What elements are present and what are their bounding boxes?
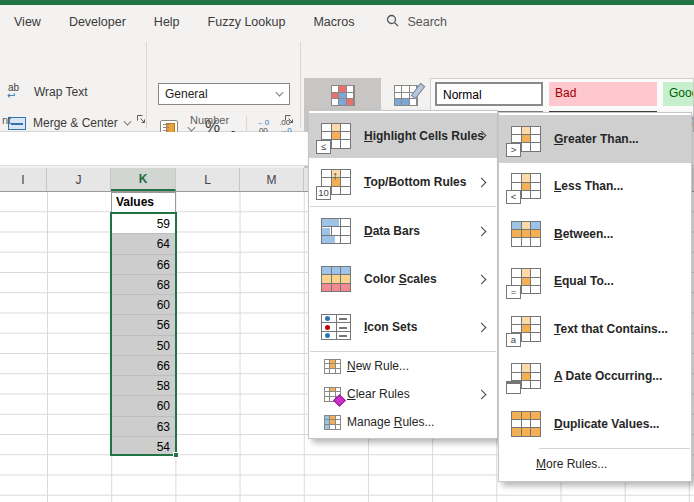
cell[interactable]: 66	[112, 255, 175, 275]
submenu-item-duplicate-values[interactable]: Duplicate Values...	[499, 400, 691, 448]
data-bars-icon	[321, 218, 351, 244]
greater-than-icon: >	[511, 126, 541, 152]
submenu-arrow-icon	[477, 177, 487, 187]
equal-to-icon: =	[511, 268, 541, 294]
submenu-arrow-icon	[477, 389, 487, 399]
search-label: Search	[407, 15, 447, 29]
tab-developer[interactable]: Developer	[55, 5, 140, 38]
submenu-item-less-than[interactable]: < Less Than...	[499, 163, 691, 211]
conditional-formatting-icon	[331, 85, 355, 106]
style-normal[interactable]: Normal	[435, 82, 543, 106]
submenu-arrow-icon	[477, 274, 487, 284]
cell[interactable]: 66	[112, 356, 175, 376]
wrap-text-label: Wrap Text	[34, 85, 88, 99]
number-dialog-launcher[interactable]	[284, 114, 296, 126]
column-header-i[interactable]: I	[0, 168, 47, 191]
between-icon	[511, 221, 541, 247]
fill-handle[interactable]	[173, 452, 179, 458]
menu-item-data-bars[interactable]: Data Bars	[309, 207, 497, 255]
cell[interactable]: 60	[112, 295, 175, 315]
values-header-cell[interactable]: Values	[111, 192, 176, 213]
submenu-item-text-that-contains[interactable]: a Text that Contains...	[499, 305, 691, 353]
conditional-formatting-menu: ≤ Highlight Cells Rules ↑ 10 Top/Bottom …	[308, 110, 498, 439]
alignment-group-label: nt	[2, 114, 11, 126]
less-than-icon: <	[511, 173, 541, 199]
submenu-arrow-icon	[477, 226, 487, 236]
submenu-item-more-rules[interactable]: More Rules...	[499, 449, 691, 479]
menu-item-manage-rules[interactable]: Manage Rules...	[309, 408, 497, 436]
submenu-item-greater-than[interactable]: > Greater Than...	[499, 115, 691, 163]
icon-sets-icon	[321, 314, 351, 340]
menu-item-icon-sets[interactable]: Icon Sets	[309, 303, 497, 351]
cell[interactable]: 68	[112, 275, 175, 295]
menu-item-new-rule[interactable]: New Rule...	[309, 352, 497, 380]
date-occurring-icon	[511, 363, 541, 389]
cell[interactable]: 64	[112, 234, 175, 254]
duplicate-values-icon	[511, 411, 541, 437]
chevron-down-icon	[276, 89, 284, 97]
format-as-table-icon	[394, 85, 418, 106]
tab-view[interactable]: View	[0, 5, 55, 38]
group-separator	[300, 42, 301, 128]
merge-center-label: Merge & Center	[33, 116, 118, 130]
column-header-j[interactable]: J	[47, 168, 111, 191]
cell[interactable]: 58	[112, 376, 175, 396]
cell[interactable]: 54	[112, 437, 175, 457]
column-header-m[interactable]: M	[240, 168, 304, 191]
manage-rules-icon	[324, 415, 341, 430]
highlight-cells-rules-submenu: > Greater Than... < Less Than... Between…	[498, 112, 692, 482]
color-scales-icon	[321, 266, 351, 292]
search-icon	[386, 14, 399, 30]
menu-item-color-scales[interactable]: Color Scales	[309, 255, 497, 303]
chevron-down-icon	[123, 118, 131, 126]
new-rule-icon	[324, 359, 341, 374]
selected-range[interactable]: 59 64 66 68 60 56 50 66 58 60 63 54	[110, 212, 177, 456]
ribbon-tab-row: View Developer Help Fuzzy Lookup Macros …	[0, 5, 694, 38]
tab-help[interactable]: Help	[140, 5, 194, 38]
text-contains-icon: a	[511, 316, 541, 342]
menu-item-clear-rules[interactable]: Clear Rules	[309, 380, 497, 408]
menu-item-highlight-cells-rules[interactable]: ≤ Highlight Cells Rules	[309, 113, 497, 158]
cell[interactable]: 60	[112, 396, 175, 416]
column-header-k-selected[interactable]: K	[111, 168, 176, 191]
highlight-cells-rules-icon: ≤	[321, 123, 351, 149]
comma-style-button[interactable]: ,	[230, 122, 236, 132]
submenu-arrow-icon	[477, 322, 487, 332]
search-box[interactable]: Search	[386, 14, 447, 30]
clear-rules-icon	[324, 387, 341, 402]
submenu-item-between[interactable]: Between...	[499, 210, 691, 258]
wrap-text-icon: ab↩	[8, 84, 28, 100]
style-bad[interactable]: Bad	[549, 82, 657, 106]
tab-fuzzy-lookup[interactable]: Fuzzy Lookup	[194, 5, 300, 38]
cell[interactable]: 56	[112, 315, 175, 335]
wrap-text-button[interactable]: ab↩ Wrap Text	[8, 84, 88, 100]
merge-center-button[interactable]: Merge & Center	[8, 116, 131, 130]
number-group-label: Number	[190, 114, 229, 126]
menu-item-top-bottom-rules[interactable]: ↑ 10 Top/Bottom Rules	[309, 158, 497, 206]
active-cell[interactable]: 59	[112, 214, 175, 234]
alignment-dialog-launcher[interactable]	[136, 114, 148, 126]
top-bottom-rules-icon: ↑ 10	[321, 169, 351, 195]
cell[interactable]: 63	[112, 417, 175, 437]
tab-macros[interactable]: Macros	[299, 5, 368, 38]
number-format-value: General	[165, 87, 208, 101]
submenu-item-equal-to[interactable]: = Equal To...	[499, 258, 691, 306]
style-good[interactable]: Good	[663, 82, 694, 106]
number-format-select[interactable]: General	[158, 83, 290, 105]
cell[interactable]: 50	[112, 336, 175, 356]
submenu-item-a-date-occurring[interactable]: A Date Occurring...	[499, 353, 691, 401]
column-header-l[interactable]: L	[176, 168, 240, 191]
